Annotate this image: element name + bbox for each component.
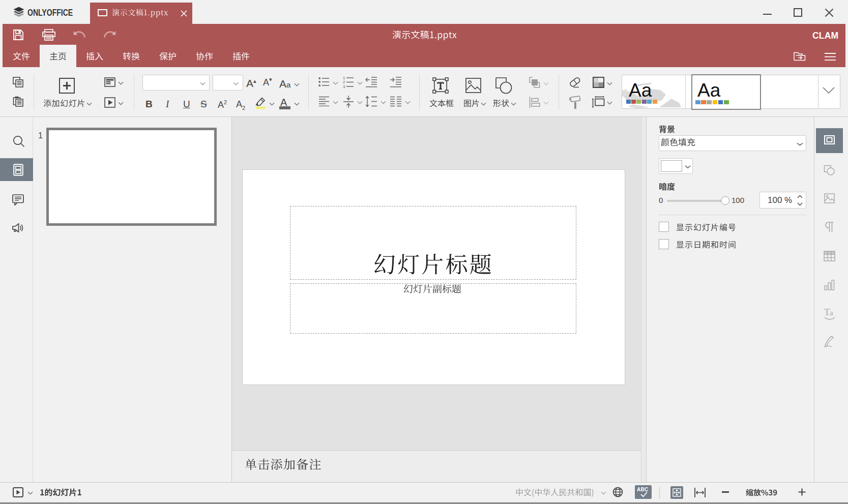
svg-text:3: 3: [343, 84, 345, 88]
